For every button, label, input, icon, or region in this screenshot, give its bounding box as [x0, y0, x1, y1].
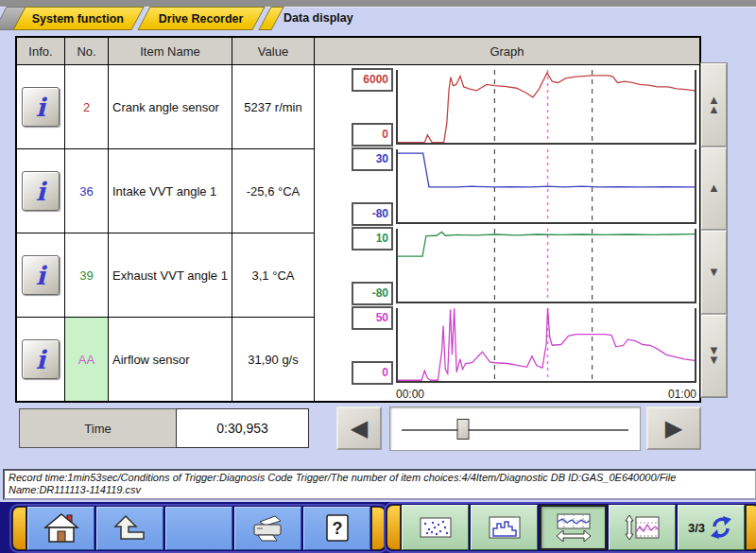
col-header-info: Info. — [17, 38, 64, 64]
value-scale-icon — [624, 513, 662, 542]
row-number: 39 — [79, 268, 93, 283]
step-back-button[interactable]: ◀ — [336, 406, 382, 450]
row-number: 2 — [83, 100, 90, 114]
scatter-plot-icon — [419, 516, 453, 539]
left-triangle-icon: ◀ — [351, 417, 368, 440]
time-scale-icon — [555, 512, 593, 543]
item-name: Crank angle sensor — [109, 65, 232, 148]
toolbar-end-cap — [387, 505, 401, 550]
y-min-label: 0 — [352, 123, 393, 147]
data-table: Info. No. Item Name Value Graph 6000 0 3… — [15, 36, 701, 403]
y-min-label: 0 — [352, 361, 393, 385]
y-max-label: 6000 — [352, 68, 393, 92]
row-number-cell: 2 — [65, 65, 108, 148]
time-slider[interactable] — [389, 406, 641, 451]
chart-airflow-sensor — [396, 308, 696, 383]
y-max-label: 30 — [352, 147, 393, 171]
down-arrow-icon: ▼ — [708, 268, 720, 277]
info-button-row-4[interactable]: i — [22, 339, 60, 379]
y-axis-labels: 6000 0 — [315, 70, 396, 145]
scroll-down-button[interactable]: ▼ — [701, 231, 727, 314]
item-name: Exhaust VVT angle 1 — [109, 233, 232, 317]
info-button-row-2[interactable]: i — [22, 171, 60, 211]
chart-intake-vvt-angle — [396, 149, 696, 224]
value-scale-button[interactable] — [609, 505, 676, 550]
time-value: 0:30,953 — [176, 408, 309, 448]
row-number-cell: 36 — [65, 149, 108, 233]
x-start-label: 00:00 — [396, 388, 424, 401]
page-cycle-button[interactable]: 3/3 — [678, 505, 745, 550]
scroll-up-button[interactable]: ▲ — [701, 147, 727, 231]
scroll-page-up-button[interactable]: ▲ ▲ — [701, 63, 727, 147]
y-max-label: 10 — [352, 227, 393, 251]
info-cell: i — [17, 149, 64, 233]
home-button[interactable] — [27, 507, 94, 550]
toolbar-end-cap — [12, 507, 26, 550]
page-indicator: 3/3 — [688, 521, 705, 535]
tab-system-function[interactable]: System function — [12, 7, 144, 30]
chart-exhaust-vvt-angle — [396, 229, 696, 303]
col-header-item: Item Name — [109, 38, 232, 64]
status-bar: Record time:1min53sec/Conditions of Trig… — [3, 469, 756, 500]
refresh-icon — [708, 515, 734, 540]
scroll-page-down-button[interactable]: ▼ ▼ — [701, 315, 727, 398]
slider-track[interactable] — [402, 407, 628, 450]
help-button[interactable]: ? — [303, 507, 370, 550]
y-min-label: -80 — [352, 282, 393, 305]
graph-row-intake-vvt: 30 -80 — [315, 149, 699, 224]
x-axis-labels: 00:00 01:00 — [396, 388, 696, 401]
bar-chart-icon — [488, 515, 522, 540]
row-number-cell: 39 — [65, 233, 108, 317]
tab-drive-recorder[interactable]: Drive Recorder — [137, 7, 265, 30]
col-header-value: Value — [232, 38, 314, 64]
chart-crank-angle-sensor — [396, 70, 696, 145]
home-icon — [43, 512, 80, 544]
item-name: Airflow sensor — [109, 318, 232, 401]
time-scale-button[interactable] — [540, 505, 607, 550]
tab-drive-recorder-label: Drive Recorder — [159, 12, 244, 26]
navigation-toolbar: ? — [9, 504, 388, 553]
graph-scrollbar: ▲ ▲ ▲ ▼ ▼ ▼ — [700, 62, 728, 398]
info-cell: i — [17, 318, 64, 401]
up-level-button[interactable] — [96, 507, 163, 550]
y-axis-labels: 50 0 — [315, 308, 396, 383]
up-arrow-icon — [112, 513, 148, 544]
tab-system-function-label: System function — [32, 12, 124, 26]
row-number: AA — [78, 353, 94, 367]
item-value: 31,90 g/s — [232, 318, 314, 401]
info-icon: i — [36, 95, 45, 120]
graph-view-toolbar: 3/3 — [384, 502, 756, 553]
item-name: Intake VVT angle 1 — [109, 149, 232, 233]
y-axis-labels: 30 -80 — [315, 149, 396, 224]
item-value: -25,6 °CA — [232, 149, 314, 233]
info-cell: i — [17, 65, 64, 148]
print-button[interactable] — [234, 507, 301, 550]
graph-row-exhaust-vvt: 10 -80 — [315, 229, 699, 303]
info-icon: i — [36, 347, 45, 372]
col-header-no: No. — [65, 38, 108, 64]
time-label: Time — [19, 408, 177, 448]
col-header-graph: Graph — [315, 38, 699, 64]
graph-widget: 6000 0 30 -80 10 -80 — [315, 65, 699, 401]
toolbar-end-cap — [746, 505, 756, 550]
slider-line — [402, 429, 628, 431]
up-arrow-icon: ▲ — [708, 183, 720, 193]
y-axis-labels: 10 -80 — [315, 229, 396, 303]
empty-slot-button — [165, 507, 232, 550]
graph-panel: 6000 0 30 -80 10 -80 — [315, 65, 699, 401]
graph-row-airflow: 50 0 — [315, 308, 699, 383]
histogram-view-button[interactable] — [471, 505, 538, 550]
step-forward-button[interactable]: ▶ — [646, 406, 701, 450]
row-number: 36 — [79, 184, 93, 199]
tab-data-display[interactable]: Data display — [284, 11, 353, 25]
info-button-row-1[interactable]: i — [22, 87, 60, 127]
info-icon: i — [36, 263, 45, 288]
info-button-row-3[interactable]: i — [22, 255, 60, 295]
right-triangle-icon: ▶ — [665, 417, 682, 440]
scatter-view-button[interactable] — [402, 505, 469, 550]
item-value: 5237 r/min — [232, 65, 314, 148]
info-cell: i — [17, 233, 64, 317]
x-end-label: 01:00 — [668, 388, 696, 401]
slider-thumb[interactable] — [456, 419, 469, 440]
graph-row-crank-angle-sensor: 6000 0 — [315, 70, 699, 145]
